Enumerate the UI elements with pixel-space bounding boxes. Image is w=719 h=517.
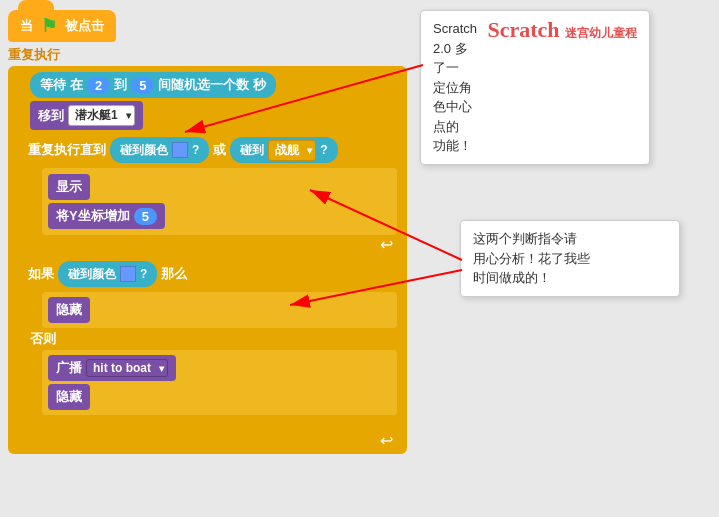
question3: ?	[140, 267, 147, 281]
clicked-label: 被点击	[65, 17, 104, 35]
scratch-coding-area: 当 ⚑ 被点击 重复执行 等待 在 2 到 5 间随机选一个数 秒	[0, 0, 415, 464]
when-flag-clicked-block: 当 ⚑ 被点击	[8, 10, 407, 42]
num5b: 5	[134, 208, 157, 225]
to-label: 到	[114, 76, 127, 94]
color-square-blue[interactable]	[172, 142, 188, 158]
num5: 5	[131, 77, 154, 94]
color-square-blue2[interactable]	[120, 266, 136, 282]
in-label: 在	[70, 76, 83, 94]
broadcast-block: 广播 hit to boat	[48, 355, 391, 381]
num2: 2	[87, 77, 110, 94]
touch-color-block: 碰到颜色 ?	[110, 137, 209, 163]
repeat-until-body: 显示 将Y坐标增加 5	[42, 168, 397, 235]
repeat-block: 等待 在 2 到 5 间随机选一个数 秒 移到 潜水艇1	[8, 66, 407, 454]
or-label: 或	[213, 141, 226, 159]
tooltip1-line3: 功能！	[433, 136, 479, 156]
y-increase-block: 将Y坐标增加 5	[48, 203, 391, 229]
question2: ?	[320, 143, 327, 157]
hide-block2: 隐藏	[48, 384, 391, 410]
y-increase-label: 将Y坐标增加	[56, 207, 130, 225]
if-touch-color-block: 碰到颜色 ?	[58, 261, 157, 287]
loop-arrow: ↩	[22, 235, 401, 254]
if-block-footer	[22, 415, 401, 427]
show-label: 显示	[56, 178, 82, 196]
logo-site: 迷宫幼儿童程	[565, 26, 637, 40]
when-label: 当	[20, 17, 33, 35]
if-block: 如果 碰到颜色 ? 那么 隐藏	[22, 258, 401, 427]
repeat-until-block: 重复执行直到 碰到颜色 ? 或 碰到 战舰 ?	[22, 134, 401, 254]
tooltip2-line2: 用心分析！花了我些	[473, 249, 667, 269]
repeat-label: 重复执行	[8, 46, 407, 64]
touch-label: 碰到	[240, 142, 264, 159]
broadcast-dropdown[interactable]: hit to boat	[86, 359, 168, 377]
repeat-until-label: 重复执行直到	[28, 141, 106, 159]
tooltip2-line1: 这两个判断指令请	[473, 229, 667, 249]
flag-icon: ⚑	[41, 15, 57, 37]
hide-block: 隐藏	[48, 297, 391, 323]
tooltip1-line1: Scratch 2.0 多了一	[433, 19, 479, 78]
else-label: 否则	[22, 328, 401, 350]
question1: ?	[192, 143, 199, 157]
tooltip-analysis-info: 这两个判断指令请 用心分析！花了我些 时间做成的！	[460, 220, 680, 297]
wait-block: 等待 在 2 到 5 间随机选一个数 秒	[30, 72, 401, 98]
outer-loop-arrow: ↩	[14, 431, 401, 450]
hide2-label: 隐藏	[56, 388, 82, 406]
show-block: 显示	[48, 174, 391, 200]
move-to-label: 移到	[38, 107, 64, 125]
hide-label: 隐藏	[56, 301, 82, 319]
submarine-dropdown[interactable]: 潜水艇1	[68, 105, 135, 126]
touch-color-label: 碰到颜色	[120, 142, 168, 159]
logo-scratch: Scratch	[487, 17, 559, 42]
tooltip1-line2: 定位角色中心点的	[433, 78, 479, 137]
battleship-dropdown[interactable]: 战舰	[268, 140, 316, 161]
move-to-block: 移到 潜水艇1	[30, 101, 401, 130]
if-label: 如果	[28, 265, 54, 283]
then-label: 那么	[161, 265, 187, 283]
tooltip-scratch-info: Scratch 2.0 多了一 定位角色中心点的 功能！ Scratch 迷宫幼…	[420, 10, 650, 165]
repeat-until-header: 重复执行直到 碰到颜色 ? 或 碰到 战舰 ?	[22, 134, 401, 166]
random-label: 间随机选一个数	[158, 76, 249, 94]
tooltip2-line3: 时间做成的！	[473, 268, 667, 288]
broadcast-label: 广播	[56, 359, 82, 377]
if-header: 如果 碰到颜色 ? 那么	[22, 258, 401, 290]
touch-block: 碰到 战舰 ?	[230, 137, 337, 163]
touch-color-label2: 碰到颜色	[68, 266, 116, 283]
wait-label: 等待	[40, 76, 66, 94]
else-body: 广播 hit to boat 隐藏	[42, 350, 397, 415]
if-body: 隐藏	[42, 292, 397, 328]
seconds-label: 秒	[253, 76, 266, 94]
